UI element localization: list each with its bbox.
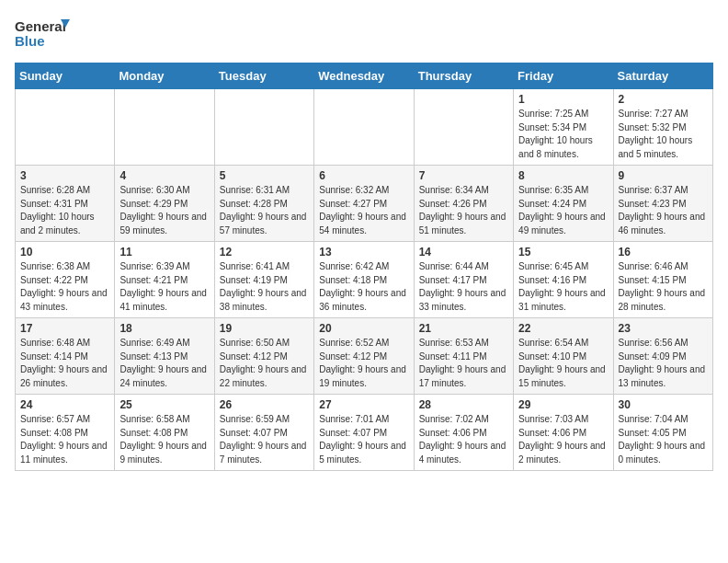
calendar-cell: 7Sunrise: 6:34 AMSunset: 4:26 PMDaylight…: [414, 166, 513, 242]
day-number: 25: [119, 398, 209, 411]
calendar-cell: 5Sunrise: 6:31 AMSunset: 4:28 PMDaylight…: [214, 166, 313, 242]
calendar-cell: [314, 89, 414, 166]
calendar-cell: 9Sunrise: 6:37 AMSunset: 4:23 PMDaylight…: [613, 166, 712, 242]
calendar-cell: 29Sunrise: 7:03 AMSunset: 4:06 PMDayligh…: [514, 395, 613, 471]
day-number: 9: [619, 169, 708, 182]
cell-info: Sunrise: 6:34 AMSunset: 4:26 PMDaylight:…: [419, 184, 508, 237]
day-number: 12: [220, 246, 309, 259]
calendar-cell: 15Sunrise: 6:45 AMSunset: 4:16 PMDayligh…: [514, 242, 613, 318]
calendar-cell: 11Sunrise: 6:39 AMSunset: 4:21 PMDayligh…: [115, 242, 214, 318]
day-number: 24: [20, 398, 109, 411]
day-number: 7: [419, 169, 508, 182]
logo-svg: GeneralBlue: [15, 15, 70, 55]
day-number: 11: [119, 246, 209, 259]
cell-info: Sunrise: 7:04 AMSunset: 4:05 PMDaylight:…: [619, 413, 708, 466]
cell-info: Sunrise: 7:25 AMSunset: 5:34 PMDaylight:…: [518, 108, 608, 161]
calendar-header-row: SundayMondayTuesdayWednesdayThursdayFrid…: [16, 63, 713, 89]
cell-info: Sunrise: 6:44 AMSunset: 4:17 PMDaylight:…: [419, 260, 508, 314]
calendar-cell: 4Sunrise: 6:30 AMSunset: 4:29 PMDaylight…: [115, 166, 214, 242]
calendar-cell: [115, 89, 214, 166]
day-number: 10: [20, 246, 109, 259]
day-number: 30: [619, 398, 708, 411]
cell-info: Sunrise: 6:48 AMSunset: 4:14 PMDaylight:…: [20, 337, 109, 390]
week-row-4: 24Sunrise: 6:57 AMSunset: 4:08 PMDayligh…: [16, 395, 713, 471]
col-header-tuesday: Tuesday: [214, 63, 313, 89]
calendar-cell: 24Sunrise: 6:57 AMSunset: 4:08 PMDayligh…: [16, 395, 115, 471]
day-number: 21: [419, 322, 508, 335]
calendar-cell: 2Sunrise: 7:27 AMSunset: 5:32 PMDaylight…: [613, 89, 712, 166]
cell-info: Sunrise: 6:38 AMSunset: 4:22 PMDaylight:…: [20, 260, 109, 314]
cell-info: Sunrise: 6:53 AMSunset: 4:11 PMDaylight:…: [419, 337, 508, 390]
header: GeneralBlue: [15, 15, 713, 55]
calendar-cell: 19Sunrise: 6:50 AMSunset: 4:12 PMDayligh…: [214, 318, 313, 395]
cell-info: Sunrise: 6:57 AMSunset: 4:08 PMDaylight:…: [20, 413, 109, 466]
day-number: 16: [619, 246, 708, 259]
calendar-cell: 22Sunrise: 6:54 AMSunset: 4:10 PMDayligh…: [514, 318, 613, 395]
calendar-cell: 28Sunrise: 7:02 AMSunset: 4:06 PMDayligh…: [414, 395, 513, 471]
calendar-cell: 6Sunrise: 6:32 AMSunset: 4:27 PMDaylight…: [314, 166, 414, 242]
cell-info: Sunrise: 6:32 AMSunset: 4:27 PMDaylight:…: [319, 184, 408, 237]
calendar-cell: 25Sunrise: 6:58 AMSunset: 4:08 PMDayligh…: [115, 395, 214, 471]
day-number: 29: [518, 398, 608, 411]
day-number: 28: [419, 398, 508, 411]
calendar-cell: 16Sunrise: 6:46 AMSunset: 4:15 PMDayligh…: [613, 242, 712, 318]
day-number: 19: [220, 322, 309, 335]
calendar-cell: 17Sunrise: 6:48 AMSunset: 4:14 PMDayligh…: [16, 318, 115, 395]
calendar-cell: [16, 89, 115, 166]
cell-info: Sunrise: 6:46 AMSunset: 4:15 PMDaylight:…: [619, 260, 708, 314]
calendar-cell: 13Sunrise: 6:42 AMSunset: 4:18 PMDayligh…: [314, 242, 414, 318]
cell-info: Sunrise: 6:30 AMSunset: 4:29 PMDaylight:…: [119, 184, 209, 237]
calendar-cell: 23Sunrise: 6:56 AMSunset: 4:09 PMDayligh…: [613, 318, 712, 395]
cell-info: Sunrise: 7:01 AMSunset: 4:07 PMDaylight:…: [319, 413, 408, 466]
col-header-saturday: Saturday: [613, 63, 712, 89]
cell-info: Sunrise: 6:28 AMSunset: 4:31 PMDaylight:…: [20, 184, 109, 237]
cell-info: Sunrise: 6:39 AMSunset: 4:21 PMDaylight:…: [119, 260, 209, 314]
calendar-cell: 26Sunrise: 6:59 AMSunset: 4:07 PMDayligh…: [214, 395, 313, 471]
day-number: 27: [319, 398, 408, 411]
cell-info: Sunrise: 7:03 AMSunset: 4:06 PMDaylight:…: [518, 413, 608, 466]
calendar-cell: 12Sunrise: 6:41 AMSunset: 4:19 PMDayligh…: [214, 242, 313, 318]
day-number: 18: [119, 322, 209, 335]
col-header-monday: Monday: [115, 63, 214, 89]
cell-info: Sunrise: 6:56 AMSunset: 4:09 PMDaylight:…: [619, 337, 708, 390]
cell-info: Sunrise: 6:45 AMSunset: 4:16 PMDaylight:…: [518, 260, 608, 314]
week-row-2: 10Sunrise: 6:38 AMSunset: 4:22 PMDayligh…: [16, 242, 713, 318]
cell-info: Sunrise: 6:35 AMSunset: 4:24 PMDaylight:…: [518, 184, 608, 237]
cell-info: Sunrise: 7:02 AMSunset: 4:06 PMDaylight:…: [419, 413, 508, 466]
calendar-cell: 3Sunrise: 6:28 AMSunset: 4:31 PMDaylight…: [16, 166, 115, 242]
col-header-thursday: Thursday: [414, 63, 513, 89]
week-row-3: 17Sunrise: 6:48 AMSunset: 4:14 PMDayligh…: [16, 318, 713, 395]
day-number: 22: [518, 322, 608, 335]
cell-info: Sunrise: 6:59 AMSunset: 4:07 PMDaylight:…: [220, 413, 309, 466]
day-number: 3: [20, 169, 109, 182]
col-header-wednesday: Wednesday: [314, 63, 414, 89]
day-number: 2: [619, 93, 708, 106]
cell-info: Sunrise: 6:49 AMSunset: 4:13 PMDaylight:…: [119, 337, 209, 390]
calendar-cell: 14Sunrise: 6:44 AMSunset: 4:17 PMDayligh…: [414, 242, 513, 318]
calendar-cell: 10Sunrise: 6:38 AMSunset: 4:22 PMDayligh…: [16, 242, 115, 318]
svg-text:Blue: Blue: [15, 33, 45, 49]
day-number: 15: [518, 246, 608, 259]
day-number: 6: [319, 169, 408, 182]
calendar-cell: 27Sunrise: 7:01 AMSunset: 4:07 PMDayligh…: [314, 395, 414, 471]
cell-info: Sunrise: 6:50 AMSunset: 4:12 PMDaylight:…: [220, 337, 309, 390]
calendar-cell: 20Sunrise: 6:52 AMSunset: 4:12 PMDayligh…: [314, 318, 414, 395]
cell-info: Sunrise: 6:52 AMSunset: 4:12 PMDaylight:…: [319, 337, 408, 390]
day-number: 8: [518, 169, 608, 182]
day-number: 4: [119, 169, 209, 182]
calendar-cell: 21Sunrise: 6:53 AMSunset: 4:11 PMDayligh…: [414, 318, 513, 395]
svg-text:General: General: [15, 18, 66, 34]
cell-info: Sunrise: 6:54 AMSunset: 4:10 PMDaylight:…: [518, 337, 608, 390]
logo: GeneralBlue: [15, 15, 70, 55]
cell-info: Sunrise: 6:37 AMSunset: 4:23 PMDaylight:…: [619, 184, 708, 237]
day-number: 5: [220, 169, 309, 182]
cell-info: Sunrise: 6:58 AMSunset: 4:08 PMDaylight:…: [119, 413, 209, 466]
calendar-table: SundayMondayTuesdayWednesdayThursdayFrid…: [15, 63, 713, 471]
cell-info: Sunrise: 6:41 AMSunset: 4:19 PMDaylight:…: [220, 260, 309, 314]
week-row-0: 1Sunrise: 7:25 AMSunset: 5:34 PMDaylight…: [16, 89, 713, 166]
day-number: 20: [319, 322, 408, 335]
cell-info: Sunrise: 6:42 AMSunset: 4:18 PMDaylight:…: [319, 260, 408, 314]
cell-info: Sunrise: 6:31 AMSunset: 4:28 PMDaylight:…: [220, 184, 309, 237]
calendar-cell: 1Sunrise: 7:25 AMSunset: 5:34 PMDaylight…: [514, 89, 613, 166]
calendar-cell: 8Sunrise: 6:35 AMSunset: 4:24 PMDaylight…: [514, 166, 613, 242]
